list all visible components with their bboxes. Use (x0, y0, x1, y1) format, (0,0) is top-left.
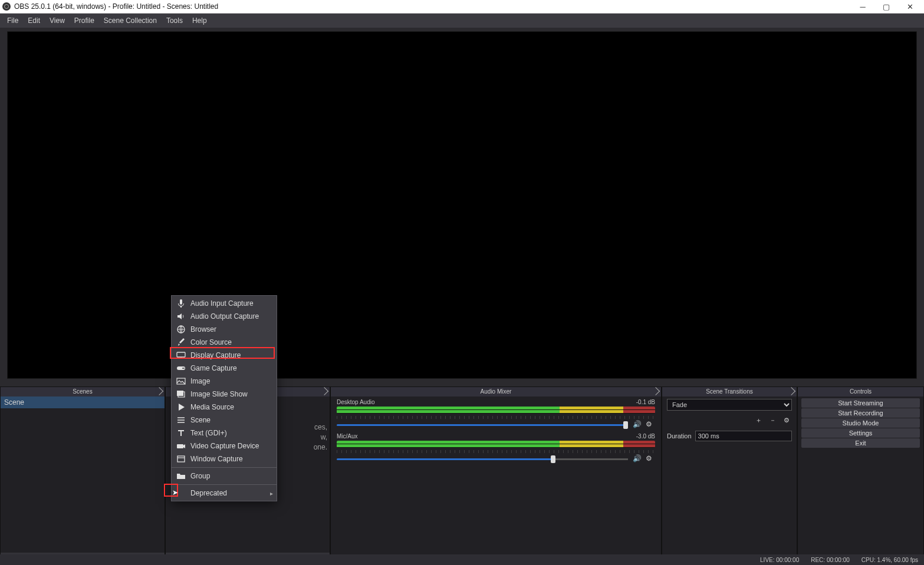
exit-button[interactable]: Exit (801, 438, 920, 448)
menu-file[interactable]: File (2, 14, 23, 28)
window-icon (176, 454, 186, 464)
mixer-track-name: Mic/Aux (337, 433, 358, 440)
mixer-track-mic: Mic/Aux -3.0 dB 🔊 ⚙ (331, 431, 661, 465)
svg-rect-9 (177, 456, 185, 462)
window-title: OBS 25.0.1 (64-bit, windows) - Profile: … (14, 2, 851, 11)
mixer-volume-slider[interactable] (337, 424, 628, 426)
scene-item[interactable]: Scene (1, 397, 165, 408)
speaker-icon (176, 312, 186, 321)
menu-group[interactable]: Group (172, 470, 277, 483)
status-rec: REC: 00:00:00 (811, 557, 850, 563)
mixer-track-db: -0.1 dB (636, 399, 655, 405)
dock-audio-mixer: Audio Mixer Desktop Audio -0.1 dB 🔊 ⚙ (330, 386, 662, 565)
svg-point-4 (183, 368, 185, 369)
mixer-body: Desktop Audio -0.1 dB 🔊 ⚙ Mic/Aux (331, 397, 661, 564)
transitions-body: Fade ＋ － ⚙ Duration (662, 397, 797, 564)
transition-duration-label: Duration (667, 432, 692, 440)
undock-icon[interactable] (652, 387, 660, 395)
mixer-track-db: -3.0 dB (636, 433, 655, 440)
dock-scenes-title-label: Scenes (73, 388, 92, 395)
menu-media-source[interactable]: Media Source (172, 401, 277, 414)
display-icon (176, 351, 186, 360)
add-source-menu[interactable]: Audio Input Capture Audio Output Capture… (171, 295, 277, 501)
mute-icon[interactable]: 🔊 (633, 420, 642, 429)
svg-rect-7 (177, 391, 183, 396)
transition-add-button[interactable]: ＋ (753, 415, 764, 426)
folder-icon (176, 471, 186, 481)
dock-controls-title-label: Controls (850, 388, 872, 395)
menu-text-gdi[interactable]: Text (GDI+) (172, 427, 277, 440)
menu-profile[interactable]: Profile (70, 14, 99, 28)
menu-deprecated[interactable]: Deprecated (172, 487, 277, 500)
picture-icon (176, 376, 186, 386)
studio-mode-button[interactable]: Studio Mode (801, 418, 920, 428)
menu-video-capture-device[interactable]: Video Capture Device (172, 440, 277, 452)
transition-settings-button[interactable]: ⚙ (781, 415, 792, 426)
start-recording-button[interactable]: Start Recording (801, 408, 920, 418)
menu-image[interactable]: Image (172, 375, 277, 388)
svg-point-3 (182, 368, 183, 369)
list-icon (176, 415, 186, 425)
transition-remove-button[interactable]: － (767, 415, 778, 426)
controls-body: Start Streaming Start Recording Studio M… (798, 397, 923, 564)
menu-tools[interactable]: Tools (162, 14, 188, 28)
undock-icon[interactable] (787, 387, 795, 395)
mic-icon (176, 299, 186, 308)
menu-audio-input-capture[interactable]: Audio Input Capture (172, 297, 277, 310)
menu-browser[interactable]: Browser (172, 323, 277, 336)
close-button[interactable]: ✕ (898, 0, 922, 14)
mixer-meter (337, 407, 655, 414)
svg-rect-1 (177, 352, 185, 357)
menu-color-source[interactable]: Color Source (172, 336, 277, 349)
mixer-ticks (337, 416, 655, 419)
dock-mixer-title[interactable]: Audio Mixer (331, 387, 661, 397)
menu-separator (172, 467, 277, 468)
mute-icon[interactable]: 🔊 (633, 454, 642, 464)
menu-scenecollection[interactable]: Scene Collection (99, 14, 162, 28)
camera-icon (176, 441, 186, 451)
windows-titlebar: OBS 25.0.1 (64-bit, windows) - Profile: … (0, 0, 924, 14)
transition-duration-input[interactable] (695, 431, 792, 441)
menu-edit[interactable]: Edit (23, 14, 45, 28)
settings-button[interactable]: Settings (801, 428, 920, 438)
menu-display-capture[interactable]: Display Capture (172, 349, 277, 362)
svg-rect-8 (177, 444, 183, 448)
maximize-button[interactable]: ▢ (874, 0, 898, 14)
preview-container (0, 28, 924, 379)
globe-icon (176, 325, 186, 334)
mixer-meter (337, 441, 655, 448)
brush-icon (176, 338, 186, 347)
undock-icon[interactable] (155, 387, 163, 395)
slides-icon (176, 389, 186, 399)
dock-transitions-title-label: Scene Transitions (706, 388, 753, 395)
dock-mixer-title-label: Audio Mixer (481, 388, 512, 395)
menu-help[interactable]: Help (188, 14, 212, 28)
menu-image-slideshow[interactable]: Image Slide Show (172, 388, 277, 401)
menu-view[interactable]: View (45, 14, 70, 28)
menu-window-capture[interactable]: Window Capture (172, 452, 277, 465)
gear-icon[interactable]: ⚙ (646, 420, 655, 429)
dock-scenes-title[interactable]: Scenes (1, 387, 165, 397)
app-menubar: File Edit View Profile Scene Collection … (0, 14, 924, 28)
preview-canvas[interactable] (7, 31, 917, 379)
dock-transitions-title[interactable]: Scene Transitions (662, 387, 797, 397)
start-streaming-button[interactable]: Start Streaming (801, 398, 920, 408)
scene-list[interactable]: Scene (1, 397, 165, 553)
text-icon (176, 428, 186, 438)
dock-controls-title[interactable]: Controls (798, 387, 923, 397)
undock-icon[interactable] (320, 387, 328, 395)
play-icon (176, 402, 186, 412)
dock-row: Scenes Scene ＋ － ∧ ∨ Sources ces, w, one… (0, 386, 924, 565)
minimize-button[interactable]: ─ (851, 0, 874, 14)
gear-icon[interactable]: ⚙ (646, 454, 655, 464)
gamepad-icon (176, 364, 186, 373)
menu-game-capture[interactable]: Game Capture (172, 362, 277, 375)
mixer-volume-slider[interactable] (337, 458, 628, 460)
menu-audio-output-capture[interactable]: Audio Output Capture (172, 310, 277, 323)
mixer-track-desktop: Desktop Audio -0.1 dB 🔊 ⚙ (331, 397, 661, 431)
transition-select[interactable]: Fade (667, 399, 792, 411)
menu-scene[interactable]: Scene (172, 414, 277, 427)
mixer-track-name: Desktop Audio (337, 399, 375, 405)
menu-separator (172, 484, 277, 485)
dock-scene-transitions: Scene Transitions Fade ＋ － ⚙ Duration (662, 386, 797, 565)
